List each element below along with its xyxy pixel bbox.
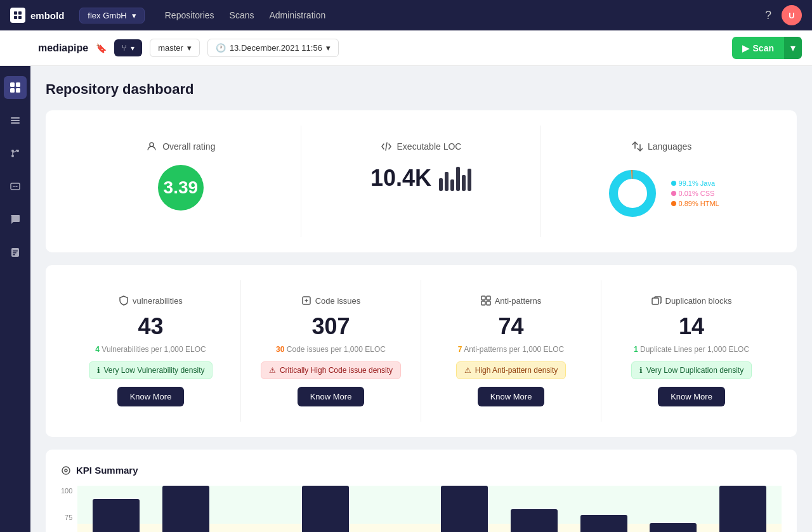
kpi-bars: AnalyzabilityConceptual IntegrityEfficie… [77, 486, 782, 532]
main-layout: Repository dashboard Overall rating 3.39… [0, 66, 812, 532]
warning-icon: ⚠ [269, 366, 276, 375]
svg-point-30 [62, 467, 70, 474]
anti-patterns-title: Anti-patterns [481, 295, 542, 306]
loc-bar-4 [456, 167, 460, 191]
chevron-down-icon: ▾ [790, 42, 796, 54]
kpi-bar-group: Portability [431, 486, 498, 532]
person-icon [146, 141, 157, 152]
date-selector[interactable]: 🕐 13.December.2021 11:56 ▾ [207, 39, 339, 57]
kpi-bars-wrapper: AnalyzabilityConceptual IntegrityEfficie… [77, 486, 782, 532]
nav-scans[interactable]: Scans [230, 10, 254, 20]
branch-name: master [158, 43, 183, 53]
html-label: 0.89% HTML [679, 200, 719, 207]
org-name: flex GmbH [88, 11, 126, 20]
donut-legend: 99.1% Java 0.01% CSS 0.89% HTML [671, 179, 719, 207]
svg-rect-5 [16, 82, 20, 87]
sidebar-item-list[interactable] [4, 109, 27, 132]
duplication-sub: 1 Duplicate Lines per 1,000 ELOC [634, 345, 749, 354]
kpi-chart-area: 100 75 50 25 0 AnalyzabilityConceptual I… [61, 486, 782, 532]
sidebar-item-reports[interactable] [4, 241, 27, 264]
languages-inner: 99.1% Java 0.01% CSS 0.89% HTML [604, 165, 719, 222]
kpi-bar-group: Robustness [501, 486, 568, 532]
scan-main-button[interactable]: ▶ Scan [732, 37, 784, 59]
vulnerability-density-label: Very Low Vulnerability density [104, 366, 205, 375]
anti-patterns-sub: 7 Anti-patterns per 1,000 ELOC [458, 345, 564, 354]
svg-rect-17 [13, 252, 16, 254]
svg-rect-7 [16, 88, 20, 93]
lang-html: 0.89% HTML [671, 200, 719, 207]
exec-loc-header: Executable LOC [381, 141, 462, 152]
nav-repositories[interactable]: Repositories [165, 10, 214, 20]
loc-value-group: 10.4K [370, 165, 471, 191]
kpi-bar [441, 486, 488, 532]
nav-links: Repositories Scans Administration [165, 10, 325, 20]
avatar[interactable]: U [782, 5, 802, 25]
sidebar-item-branches[interactable] [4, 142, 27, 165]
languages-icon [631, 141, 643, 152]
svg-rect-10 [11, 122, 20, 124]
code-issues-label: Code issues [315, 296, 361, 306]
ci-count: 30 [276, 345, 284, 354]
kpi-bar-group: Functionality [292, 486, 359, 532]
bookmark-icon[interactable]: 🔖 [96, 43, 107, 53]
rating-value: 3.39 [164, 178, 199, 198]
warning-amber-icon: ⚠ [464, 366, 471, 375]
org-selector[interactable]: flex GmbH ▾ [79, 8, 144, 23]
sidebar-item-variables[interactable] [4, 175, 27, 198]
kpi-card: KPI Summary 100 75 50 25 0 Analyzability… [46, 450, 797, 532]
lang-java: 99.1% Java [671, 179, 719, 187]
overall-rating-card: Overall rating 3.39 [61, 126, 301, 237]
metrics-grid: vulnerabilities 43 4 Vulnerabilities per… [46, 265, 797, 437]
duplication-know-more[interactable]: Know More [658, 387, 725, 406]
vulnerability-card: vulnerabilities 43 4 Vulnerabilities per… [61, 280, 241, 422]
svg-rect-9 [11, 120, 20, 121]
vulnerability-count: 43 [138, 313, 163, 340]
html-dot [671, 201, 676, 206]
loc-bar-6 [468, 169, 471, 191]
sidebar-item-comments[interactable] [4, 208, 27, 231]
duplication-card: Duplication blocks 14 1 Duplicate Lines … [601, 280, 782, 422]
kpi-title: KPI Summary [61, 465, 782, 476]
v-count: 4 [95, 345, 100, 354]
play-icon: ▶ [742, 43, 749, 53]
duplication-label: Duplication blocks [665, 296, 732, 306]
shield-icon [119, 295, 129, 306]
help-icon[interactable]: ? [765, 9, 771, 22]
kpi-bar [719, 486, 766, 532]
svg-rect-29 [652, 298, 658, 304]
kpi-bar [511, 509, 558, 532]
scan-dropdown-button[interactable]: ▾ [784, 37, 802, 59]
vulnerability-title: vulnerabilities [119, 295, 183, 306]
sidebar-item-dashboard[interactable] [4, 76, 27, 99]
anti-patterns-know-more[interactable]: Know More [478, 387, 545, 406]
languages-header: Languages [631, 141, 691, 152]
executable-loc-card: Executable LOC 10.4K [301, 126, 542, 237]
ap-count: 7 [458, 345, 462, 354]
code-issues-know-more[interactable]: Know More [298, 387, 365, 406]
anti-patterns-count: 74 [498, 313, 523, 340]
scan-button-group: ▶ Scan ▾ [732, 37, 802, 59]
svg-rect-26 [487, 296, 490, 300]
languages-donut-chart [604, 165, 661, 222]
kpi-bar-group: Reliability [709, 486, 776, 532]
svg-point-31 [65, 469, 67, 472]
sidebar [0, 66, 30, 532]
clock-icon: 🕐 [216, 43, 226, 53]
kpi-bar-group: Analyzability [82, 486, 150, 532]
svg-rect-6 [10, 88, 15, 93]
code-issues-density-label: Critically High Code issue density [280, 366, 393, 375]
duplication-density-label: Very Low Duplication density [646, 366, 743, 375]
vulnerability-density-badge: ℹ Very Low Vulnerability density [89, 361, 213, 379]
branch-icon: ⑂ [122, 43, 127, 53]
sub-header: mediapipe 🔖 ⑂ ▾ master ▾ 🕐 13.December.2… [0, 30, 812, 66]
kpi-label: KPI Summary [76, 465, 138, 476]
dp-count: 1 [634, 345, 638, 354]
nav-administration[interactable]: Administration [270, 10, 326, 20]
branch-button[interactable]: ⑂ ▾ [114, 39, 142, 56]
svg-rect-16 [13, 250, 18, 252]
vulnerability-know-more[interactable]: Know More [117, 387, 185, 406]
kpi-bar-group: Usability [639, 486, 707, 532]
svg-rect-1 [18, 11, 22, 15]
branch-selector[interactable]: master ▾ [150, 39, 200, 57]
page-title: Repository dashboard [46, 81, 797, 98]
